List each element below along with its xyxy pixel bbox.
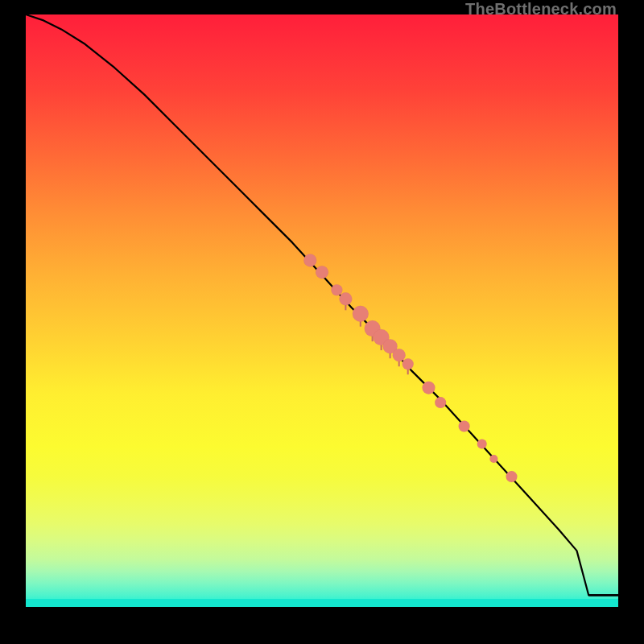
- data-point: [423, 382, 436, 394]
- chart-stage: TheBottleneck.com: [0, 0, 644, 644]
- data-point: [459, 421, 470, 432]
- data-point: [303, 254, 316, 266]
- data-point: [393, 349, 406, 361]
- plot-area: [26, 14, 618, 607]
- series-curve: [26, 14, 618, 595]
- data-point: [477, 440, 487, 449]
- data-point: [316, 266, 328, 279]
- chart-overlay: [26, 14, 618, 607]
- data-point: [353, 306, 369, 322]
- data-point: [339, 292, 352, 305]
- data-point: [489, 455, 497, 463]
- data-point: [435, 397, 446, 408]
- data-point: [506, 471, 518, 482]
- data-point: [402, 358, 414, 369]
- data-point: [331, 284, 342, 295]
